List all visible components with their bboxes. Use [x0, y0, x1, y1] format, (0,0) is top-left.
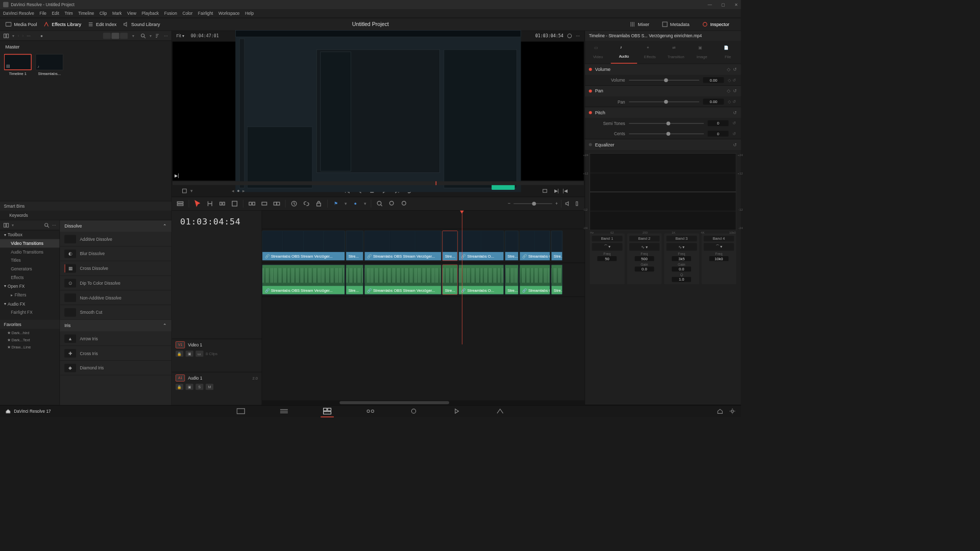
more-icon[interactable]: ⋯ — [27, 33, 31, 38]
overwrite-clip-icon[interactable] — [260, 200, 268, 208]
lock-track-icon[interactable]: 🔒 — [176, 350, 183, 357]
video-clip-selected[interactable]: Stre... — [442, 231, 457, 261]
nav-back-icon[interactable]: ‹ — [18, 33, 19, 38]
fx-arrow-iris[interactable]: ▲Arrow Iris — [60, 331, 171, 346]
menu-item[interactable]: View — [127, 11, 136, 16]
mute-button[interactable]: M — [206, 384, 213, 390]
minimize-icon[interactable]: — — [708, 2, 712, 7]
eq-band-4[interactable]: Band 4 ⌒ ▾ Freq10k0 — [701, 233, 736, 284]
lowshelf-icon[interactable]: ⌒ ▾ — [592, 243, 622, 251]
bell-icon[interactable]: ∿ ▾ — [629, 243, 659, 251]
toolbox-category[interactable]: ▾Toolbox — [0, 230, 59, 239]
dynamic-trim-icon[interactable] — [218, 200, 226, 208]
audiofx-category[interactable]: ▾Audio FX — [0, 299, 59, 308]
audio-clip[interactable]: 🔗 Streamlabs O... — [520, 265, 550, 295]
video-clip[interactable]: Stre... — [551, 231, 563, 261]
chevron-down-icon[interactable]: ▾ — [150, 33, 152, 38]
trim-tool-icon[interactable] — [206, 200, 214, 208]
a1-tag[interactable]: A1 — [176, 374, 185, 382]
effects-library-button[interactable]: Effects Library — [43, 21, 81, 28]
fit-dropdown[interactable]: Fit ▾ — [176, 33, 184, 38]
edit-page-icon[interactable] — [323, 408, 332, 415]
video-clip[interactable]: Stre... — [505, 231, 519, 261]
keyframe-icon[interactable]: ◇ — [728, 99, 731, 104]
more-icon[interactable]: ⋯ — [576, 33, 580, 38]
keywords-bin[interactable]: Keywords — [0, 211, 172, 220]
chevron-down-icon[interactable]: ▾ — [345, 201, 347, 207]
detail-zoom-icon[interactable] — [388, 200, 396, 208]
zoom-slider[interactable] — [513, 203, 552, 204]
effects-category[interactable]: Effects — [0, 273, 59, 282]
audio-clip[interactable]: Stre... — [551, 265, 563, 295]
volume-slider[interactable] — [629, 80, 699, 81]
keyframe-icon[interactable]: ◇ — [727, 67, 730, 72]
zoom-in-icon[interactable]: + — [555, 201, 558, 207]
more-icon[interactable]: ⋯ — [52, 222, 56, 228]
audio-clip[interactable]: 🔗 Streamlabs OBS Stream Verzöger... — [364, 265, 442, 295]
fx-dip-to-color[interactable]: ⊙Dip To Color Dissolve — [60, 276, 171, 291]
thumb-view-icon[interactable] — [111, 33, 119, 39]
menu-item[interactable]: Mark — [112, 11, 121, 16]
match-frame-icon[interactable] — [542, 188, 548, 194]
mixer-button[interactable]: Mixer — [629, 21, 649, 28]
video-track[interactable]: 🔗 Streamlabs OBS Stream Verzöger... Stre… — [262, 229, 584, 263]
chevron-down-icon[interactable]: ▾ — [12, 222, 14, 228]
skip-next-icon[interactable]: ▶| — [175, 173, 179, 178]
reset-icon[interactable]: ↺ — [733, 67, 737, 72]
clip-timeline[interactable]: ▤ Timeline 1 — [4, 54, 32, 76]
video-clip[interactable]: 🔗 Streamlabs O... — [458, 231, 504, 261]
audio-clip[interactable]: 🔗 Streamlabs O... — [458, 265, 504, 295]
timeline-scrollbar[interactable] — [262, 400, 584, 405]
cut-page-icon[interactable] — [280, 408, 288, 415]
project-manager-icon[interactable] — [717, 408, 723, 414]
audio-transitions[interactable]: Audio Transitions — [0, 247, 59, 256]
home-icon[interactable] — [6, 408, 11, 414]
eq-graph[interactable]: +24 +12 +24 +12 -12 -24 -12 -24 Hz 62 25… — [590, 153, 736, 230]
fusion-page-icon[interactable] — [366, 408, 375, 415]
zoom-out-icon[interactable]: − — [508, 201, 510, 207]
audio-clip-selected[interactable]: Stre... — [442, 265, 457, 295]
chevron-down-icon[interactable]: ▾ — [132, 33, 135, 38]
menu-item[interactable]: Workspace — [218, 11, 239, 16]
link-icon[interactable] — [303, 200, 310, 208]
metadata-button[interactable]: Metadata — [662, 21, 689, 28]
edit-index-button[interactable]: Edit Index — [87, 21, 116, 28]
inspector-button[interactable]: Inspector — [702, 21, 729, 28]
replace-clip-icon[interactable] — [273, 200, 280, 208]
menu-item[interactable]: Timeline — [78, 11, 94, 16]
video-clip[interactable]: 🔗 Streamlabs OBS Stream Verzöger... — [364, 231, 442, 261]
reset-icon[interactable]: ↺ — [733, 88, 737, 94]
go-start2-icon[interactable]: |◀ — [562, 188, 568, 194]
viewer-scrubber[interactable] — [173, 181, 584, 185]
master-bin[interactable]: Master — [0, 41, 172, 53]
sort-icon[interactable] — [155, 33, 161, 39]
semitones-value[interactable]: 0 — [708, 120, 729, 126]
reset-icon[interactable]: ↺ — [732, 78, 736, 82]
keyframe-icon[interactable]: ◇ — [728, 78, 731, 82]
equalizer-section[interactable]: Equalizer↺ — [585, 139, 741, 150]
playhead[interactable] — [462, 211, 462, 344]
eq-band-1[interactable]: Band 1 ⌒ ▾ Freq50 — [590, 233, 624, 284]
reset-icon[interactable]: ↺ — [732, 99, 736, 104]
eq-band-3[interactable]: Band 3 ∿ ▾ Freq3k5 Gain0.0 Q1.0 — [664, 233, 699, 284]
project-settings-icon[interactable] — [729, 408, 736, 414]
pan-slider[interactable] — [629, 101, 699, 102]
eq-band-2[interactable]: Band 2 ∿ ▾ Freq500 Gain0.0 — [627, 233, 662, 284]
sound-library-button[interactable]: Sound Library — [122, 21, 160, 28]
fx-additive-dissolve[interactable]: Additive Dissolve — [60, 232, 171, 246]
bypass-icon[interactable] — [567, 33, 573, 39]
maximize-icon[interactable]: ▢ — [721, 2, 725, 7]
fx-blur-dissolve[interactable]: ◐Blur Dissolve — [60, 246, 171, 261]
nav-fwd-icon[interactable]: › — [22, 33, 24, 38]
cents-value[interactable]: 0 — [708, 131, 729, 136]
tab-video[interactable]: ▭Video — [585, 41, 611, 64]
pitch-section[interactable]: Pitch↺ — [585, 107, 741, 118]
retime-icon[interactable] — [290, 200, 298, 208]
flag-icon[interactable]: ⚑ — [332, 200, 340, 208]
volume-value[interactable]: 0.00 — [703, 77, 724, 83]
fairlightfx-category[interactable]: Fairlight FX — [0, 308, 59, 317]
go-end-icon[interactable]: ▶| — [553, 188, 559, 194]
semitones-slider[interactable] — [629, 123, 704, 124]
audio-track[interactable]: 🔗 Streamlabs OBS Stream Verzöger... Stre… — [262, 263, 584, 297]
search-icon[interactable] — [43, 222, 50, 228]
